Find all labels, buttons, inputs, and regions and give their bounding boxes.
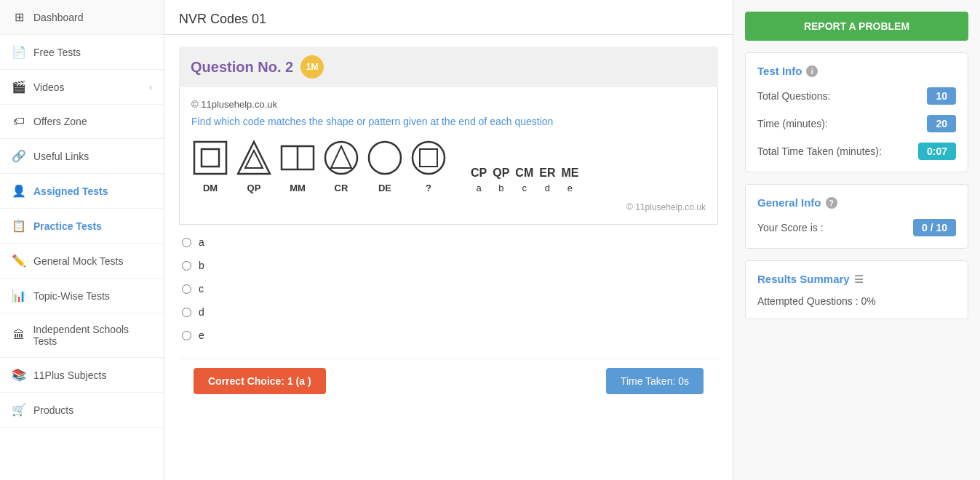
- watermark: © 11plusehelp.co.uk: [191, 202, 706, 212]
- general-info-section: General Info ? Your Score is : 0 / 10: [745, 184, 968, 249]
- qp-svg: [235, 139, 273, 177]
- page-title: NVR Codes 01: [164, 0, 733, 35]
- sidebar-item-useful-links[interactable]: 🔗 Useful Links: [0, 139, 164, 174]
- general-info-icon: ?: [826, 197, 837, 209]
- time-minutes-row: Time (minutes): 20: [757, 115, 956, 132]
- shape-cr: CR: [322, 139, 360, 193]
- pencil-icon: ✏️: [12, 254, 26, 268]
- code-cmc: CM c: [515, 167, 533, 193]
- label-d: d: [199, 306, 204, 318]
- dashboard-icon: ⊞: [12, 10, 26, 24]
- label-c: c: [199, 283, 204, 295]
- question-body: © 11plusehelp.co.uk Find which code matc…: [179, 87, 718, 225]
- total-questions-value: 10: [927, 87, 956, 105]
- sidebar-item-11plus-subjects[interactable]: 📚 11Plus Subjects: [0, 358, 164, 393]
- sidebar-item-label: Dashboard: [33, 12, 84, 23]
- shape-mm: MM: [279, 139, 316, 193]
- copyright-text: © 11plusehelp.co.uk: [191, 99, 706, 110]
- your-score-value: 0 / 10: [913, 219, 956, 236]
- svg-rect-10: [420, 149, 437, 167]
- question-header: Question No. 2 1M: [179, 47, 718, 87]
- radio-c[interactable]: [182, 284, 191, 294]
- sidebar-item-label: 11Plus Subjects: [33, 369, 106, 381]
- question-number: Question No. 2: [191, 59, 293, 76]
- info-icon: i: [806, 65, 818, 77]
- test-info-title: Test Info i: [757, 65, 956, 77]
- svg-marker-2: [238, 142, 270, 174]
- correct-choice-button[interactable]: Correct Choice: 1 (a ): [194, 368, 326, 394]
- radio-d[interactable]: [182, 308, 191, 317]
- svg-marker-7: [331, 146, 351, 168]
- user-icon: 👤: [12, 184, 26, 198]
- question-badge: 1M: [300, 55, 324, 79]
- sidebar-item-free-tests[interactable]: 📄 Free Tests: [0, 35, 164, 70]
- code-mee: ME e: [561, 167, 578, 193]
- sidebar-item-dashboard[interactable]: ⊞ Dashboard: [0, 0, 164, 35]
- attempted-questions: Attempted Questions : 0%: [757, 295, 956, 307]
- de-label: DE: [378, 183, 391, 193]
- label-b: b: [199, 260, 204, 271]
- option-b[interactable]: b: [179, 254, 718, 277]
- sidebar-item-independent-schools-tests[interactable]: 🏛 Independent Schools Tests: [0, 313, 164, 358]
- option-c[interactable]: c: [179, 277, 718, 300]
- sidebar-item-topic-wise-tests[interactable]: 📊 Topic-Wise Tests: [0, 279, 164, 313]
- sidebar-item-label: Useful Links: [33, 151, 89, 162]
- total-questions-row: Total Questions: 10: [757, 87, 956, 105]
- shape-question: ?: [410, 139, 447, 193]
- radio-e[interactable]: [182, 331, 191, 340]
- total-time-taken-row: Total Time Taken (minutes): 0:07: [757, 143, 956, 160]
- footer-bar: Correct Choice: 1 (a ) Time Taken: 0s: [179, 359, 718, 403]
- question-container: Question No. 2 1M © 11plusehelp.co.uk Fi…: [164, 35, 733, 415]
- q-svg: [410, 139, 447, 177]
- code-qpb: QP b: [493, 167, 509, 193]
- sidebar-item-products[interactable]: 🛒 Products: [0, 393, 164, 428]
- sidebar-item-offers-zone[interactable]: 🏷 Offers Zone: [0, 105, 164, 139]
- link-icon: 🔗: [12, 149, 26, 163]
- file-icon: 📄: [12, 45, 26, 59]
- cart-icon: 🛒: [12, 403, 26, 417]
- time-taken-button[interactable]: Time Taken: 0s: [606, 368, 704, 394]
- cr-svg: [322, 139, 360, 177]
- sidebar-item-assigned-tests[interactable]: 👤 Assigned Tests: [0, 174, 164, 209]
- shape-de: DE: [366, 139, 404, 193]
- question-mark-label: ?: [426, 183, 431, 193]
- mm-svg: [279, 139, 316, 177]
- question-instruction: Find which code matches the shape or pat…: [191, 116, 706, 127]
- option-d[interactable]: d: [179, 300, 718, 324]
- time-minutes-label: Time (minutes):: [757, 118, 828, 129]
- school-icon: 🏛: [12, 329, 25, 342]
- your-score-label: Your Score is :: [757, 222, 824, 233]
- sidebar-item-label: Practice Tests: [33, 220, 102, 232]
- radio-a[interactable]: [182, 238, 191, 247]
- sidebar-item-practice-tests[interactable]: 📋 Practice Tests: [0, 209, 164, 244]
- general-info-title: General Info ?: [757, 196, 956, 209]
- sidebar-item-label: Assigned Tests: [33, 185, 108, 197]
- sidebar-item-label: General Mock Tests: [33, 255, 123, 267]
- label-a: a: [199, 236, 204, 248]
- label-e: e: [199, 329, 204, 341]
- dm-label: DM: [203, 183, 218, 193]
- code-cpa: CP a: [471, 167, 487, 193]
- total-time-taken-value: 0:07: [918, 143, 956, 160]
- mm-label: MM: [290, 183, 306, 193]
- shapes-container: DM QP MM: [191, 139, 706, 193]
- shape-qp: QP: [235, 139, 273, 193]
- svg-rect-0: [194, 142, 226, 174]
- dm-svg: [191, 139, 229, 177]
- sidebar-item-videos[interactable]: 🎬 Videos ‹: [0, 70, 164, 105]
- main-content: NVR Codes 01 Question No. 2 1M © 11pluse…: [164, 0, 733, 480]
- radio-b[interactable]: [182, 261, 191, 271]
- sidebar-item-label: Free Tests: [33, 47, 81, 58]
- option-e[interactable]: e: [179, 324, 718, 347]
- report-problem-button[interactable]: REPORT A PROBLEM: [745, 12, 968, 41]
- chart-icon: 📊: [12, 289, 26, 303]
- sidebar-item-label: Independent Schools Tests: [33, 324, 152, 347]
- option-a[interactable]: a: [179, 231, 718, 254]
- books-icon: 📚: [12, 368, 26, 382]
- total-questions-label: Total Questions:: [757, 90, 830, 102]
- svg-rect-1: [202, 149, 219, 167]
- cr-label: CR: [335, 183, 348, 193]
- answer-options: a b c d e: [179, 225, 718, 353]
- test-info-section: Test Info i Total Questions: 10 Time (mi…: [745, 52, 968, 172]
- sidebar-item-general-mock-tests[interactable]: ✏️ General Mock Tests: [0, 244, 164, 279]
